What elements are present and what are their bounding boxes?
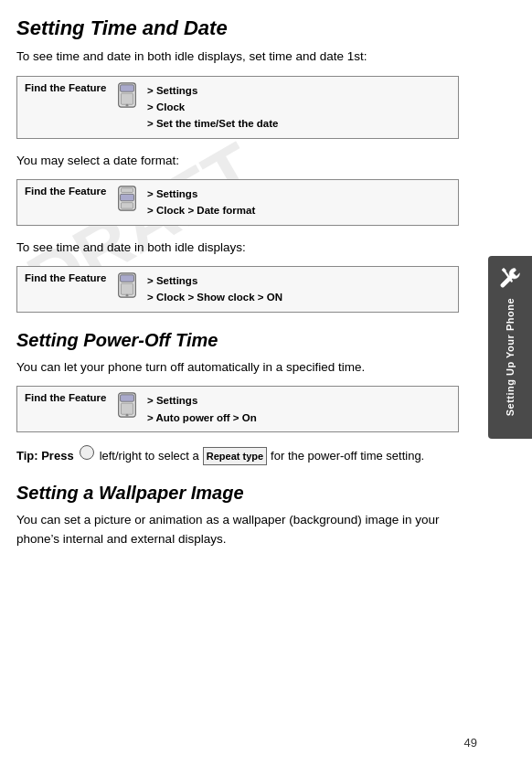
find-feature-box-2: Find the Feature > Settings > Clock > Da… xyxy=(16,179,459,226)
page-number: 49 xyxy=(464,736,477,750)
section2-title: Setting Power-Off Time xyxy=(16,329,459,351)
intro-text: To see time and date in both idle displa… xyxy=(16,48,459,66)
section1-title: Setting Time and Date xyxy=(16,16,459,40)
svg-rect-8 xyxy=(121,203,133,209)
section3-title: Setting a Wallpaper Image xyxy=(16,482,459,504)
svg-rect-7 xyxy=(121,194,134,200)
date-format-text: You may select a date format: xyxy=(16,152,459,170)
svg-rect-12 xyxy=(121,283,133,294)
find-feature-label-2: Find the Feature xyxy=(25,186,107,197)
find-feature-steps-3: > Settings > Clock > Show clock > ON xyxy=(147,272,282,306)
find-feature-label-3: Find the Feature xyxy=(25,272,107,283)
find-feature-steps-2: > Settings > Clock > Date format xyxy=(147,186,255,219)
svg-rect-4 xyxy=(121,93,133,104)
find-feature-box-4: Find the Feature > Settings > Auto power… xyxy=(16,386,459,432)
find-feature-label-1: Find the Feature xyxy=(25,82,107,93)
main-content: Setting Time and Date To see time and da… xyxy=(16,16,514,548)
find-feature-steps-1: > Settings > Clock > Set the time/Set th… xyxy=(147,82,278,133)
svg-point-5 xyxy=(126,103,129,106)
svg-point-17 xyxy=(126,414,129,417)
scroll-icon xyxy=(80,445,94,460)
phone-icon-2 xyxy=(117,186,137,211)
wallpaper-intro-text: You can set a picture or animation as a … xyxy=(16,511,459,548)
repeat-type-label: Repeat type xyxy=(203,447,267,466)
power-off-intro-text: You can let your phone turn off automati… xyxy=(16,358,459,377)
svg-point-13 xyxy=(126,294,129,297)
phone-icon-container-4 xyxy=(114,392,140,418)
find-feature-box-1: Find the Feature > Settings > Clock > Se… xyxy=(16,76,459,139)
phone-icon-container-2 xyxy=(114,186,140,211)
page-container: DRAFT Setting Up Your Phone 49 Setting T… xyxy=(0,0,532,766)
svg-rect-11 xyxy=(121,275,134,282)
svg-rect-15 xyxy=(121,395,134,401)
tip-label: Tip: Press xyxy=(16,447,74,465)
phone-icon-container-3 xyxy=(114,272,140,298)
find-feature-label-4: Find the Feature xyxy=(25,392,107,403)
find-feature-steps-4: > Settings > Auto power off > On xyxy=(147,392,257,426)
phone-icon-1 xyxy=(117,82,137,108)
phone-icon-container-1 xyxy=(114,82,140,108)
find-feature-box-3: Find the Feature > Settings > Clock > Sh… xyxy=(16,266,459,313)
phone-icon-3 xyxy=(117,272,137,298)
tip-middle-text: left/right to select a xyxy=(100,447,199,465)
svg-rect-3 xyxy=(121,84,134,90)
svg-rect-16 xyxy=(121,403,133,414)
phone-icon-4 xyxy=(117,392,137,418)
tip-end-text: for the power-off time setting. xyxy=(271,447,424,465)
both-idle-text: To see time and date in both idle displa… xyxy=(16,239,459,257)
svg-rect-9 xyxy=(121,188,133,193)
tip-line: Tip: Press left/right to select a Repeat… xyxy=(16,445,459,466)
